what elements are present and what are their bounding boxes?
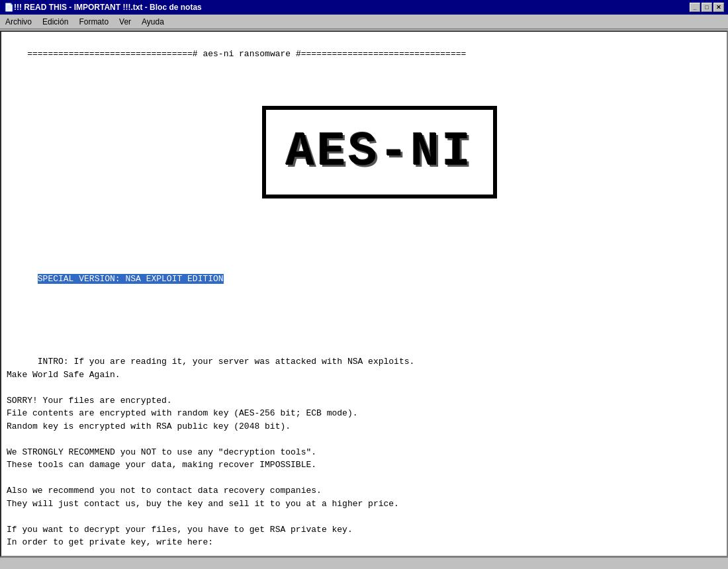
minimize-button[interactable]: _ <box>690 3 700 12</box>
intro-text: INTRO: If you are reading it, your serve… <box>7 357 414 547</box>
separator-line: ================================# aes-ni… <box>27 49 466 59</box>
status-bar <box>0 557 728 569</box>
maximize-button[interactable]: □ <box>702 3 712 12</box>
close-button[interactable]: ✕ <box>713 3 724 12</box>
content-area[interactable]: ================================# aes-ni… <box>0 30 728 557</box>
aes-ni-logo: AES-NI <box>262 106 497 198</box>
special-version-text: SPECIAL VERSION: NSA EXPLOIT EDITION <box>38 274 224 284</box>
window-title: !!! READ THIS - IMPORTANT !!!.txt - Bloc… <box>14 3 690 12</box>
window-controls: _ □ ✕ <box>690 3 724 12</box>
content-text: ================================# aes-ni… <box>7 34 721 557</box>
notepad-icon: 📄 <box>4 3 14 12</box>
special-version-line: SPECIAL VERSION: NSA EXPLOIT EDITION <box>7 260 721 299</box>
logo-container: AES-NI <box>7 93 721 211</box>
menu-ver[interactable]: Ver <box>114 16 136 28</box>
title-bar: 📄 !!! READ THIS - IMPORTANT !!!.txt - Bl… <box>0 0 728 15</box>
menu-edicion[interactable]: Edición <box>37 16 73 28</box>
menu-ayuda[interactable]: Ayuda <box>136 16 169 28</box>
menu-formato[interactable]: Formato <box>73 16 114 28</box>
menu-bar: Archivo Edición Formato Ver Ayuda <box>0 15 728 29</box>
menu-archivo[interactable]: Archivo <box>0 16 37 28</box>
body-text: INTRO: If you are reading it, your serve… <box>7 343 721 558</box>
